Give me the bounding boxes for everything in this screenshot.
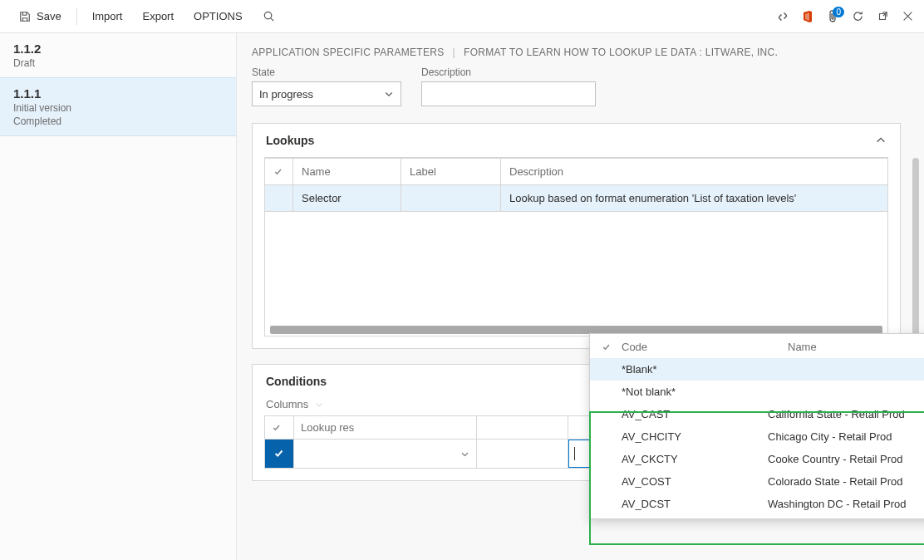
sidebar-item-0[interactable]: 1.1.2 Draft bbox=[0, 33, 236, 77]
col-lookup[interactable]: Lookup res bbox=[294, 416, 477, 440]
save-label: Save bbox=[37, 10, 61, 22]
dropdown-header: Code Name bbox=[590, 334, 924, 358]
toolbar: Save Import Export OPTIONS 0 bbox=[0, 0, 924, 33]
content: APPLICATION SPECIFIC PARAMETERS | FORMAT… bbox=[237, 33, 924, 560]
toolbar-right: 0 bbox=[776, 10, 914, 23]
save-icon bbox=[18, 10, 32, 23]
dd-item[interactable]: AV_CKCTY Cooke Country - Retail Prod bbox=[590, 448, 924, 470]
svg-line-1 bbox=[271, 18, 273, 21]
lookups-title: Lookups bbox=[266, 134, 314, 147]
search-icon bbox=[263, 10, 276, 23]
popout-icon[interactable] bbox=[876, 10, 889, 23]
description-label: Description bbox=[421, 66, 596, 78]
refresh-icon[interactable] bbox=[851, 10, 864, 23]
breadcrumb-sep: | bbox=[453, 47, 455, 58]
save-button[interactable]: Save bbox=[10, 5, 70, 28]
link-icon[interactable] bbox=[776, 10, 789, 23]
state-select[interactable]: In progress bbox=[252, 81, 401, 106]
chevron-down-icon bbox=[315, 400, 323, 409]
dd-code: *Not blank* bbox=[602, 386, 768, 398]
dd-code: AV_CKCTY bbox=[602, 453, 768, 465]
sidebar-version: 1.1.1 bbox=[13, 86, 223, 101]
import-label: Import bbox=[92, 10, 123, 22]
state-value: In progress bbox=[259, 88, 313, 101]
dd-col-code[interactable]: Code bbox=[622, 341, 788, 353]
options-button[interactable]: OPTIONS bbox=[185, 5, 251, 27]
row-description: Lookup based on format enumeration 'List… bbox=[501, 185, 888, 212]
toolbar-left: Save Import Export OPTIONS bbox=[10, 5, 284, 28]
conditions-title: Conditions bbox=[266, 375, 327, 388]
sidebar-line2: Completed bbox=[13, 115, 223, 127]
breadcrumb-part1: APPLICATION SPECIFIC PARAMETERS bbox=[252, 47, 445, 58]
svg-point-0 bbox=[264, 12, 271, 18]
state-field: State In progress bbox=[252, 66, 401, 106]
chevron-down-icon bbox=[384, 89, 394, 99]
dd-code: AV_DCST bbox=[602, 498, 768, 510]
row-label bbox=[401, 185, 501, 212]
dd-code: AV_CAST bbox=[602, 408, 768, 420]
sidebar-line1: Initial version bbox=[13, 102, 223, 114]
breadcrumb-part2: FORMAT TO LEARN HOW TO LOOKUP LE DATA : … bbox=[464, 47, 778, 58]
attach-icon[interactable]: 0 bbox=[826, 10, 839, 23]
dd-name: Washington DC - Retail Prod bbox=[768, 498, 924, 510]
description-field: Description bbox=[421, 66, 596, 106]
col-blank1[interactable] bbox=[477, 416, 568, 440]
badge-count: 0 bbox=[833, 7, 844, 17]
lookups-grid: Name Label Description Selector Lookup b… bbox=[264, 157, 888, 336]
close-icon[interactable] bbox=[901, 10, 914, 23]
import-button[interactable]: Import bbox=[84, 5, 131, 27]
check-column-header[interactable] bbox=[265, 416, 294, 440]
sidebar: 1.1.2 Draft 1.1.1 Initial version Comple… bbox=[0, 33, 237, 560]
dd-item-notblank[interactable]: *Not blank* bbox=[590, 381, 924, 403]
chevron-up-icon bbox=[875, 135, 887, 146]
office-icon[interactable] bbox=[801, 10, 814, 23]
dd-item-blank[interactable]: *Blank* bbox=[590, 358, 924, 381]
header-fields: State In progress Description bbox=[252, 66, 901, 106]
lookups-grid-body bbox=[264, 212, 888, 336]
breadcrumb: APPLICATION SPECIFIC PARAMETERS | FORMAT… bbox=[252, 47, 901, 58]
dd-name bbox=[768, 386, 924, 398]
dd-name: Chicago City - Retail Prod bbox=[768, 430, 924, 443]
description-input[interactable] bbox=[421, 81, 596, 106]
options-label: OPTIONS bbox=[194, 10, 243, 22]
dd-name: California State - Retail Prod bbox=[768, 408, 924, 420]
col-description[interactable]: Description bbox=[501, 159, 888, 185]
dd-code: AV_COST bbox=[602, 475, 768, 488]
sidebar-item-1[interactable]: 1.1.1 Initial version Completed bbox=[0, 77, 236, 136]
check-column-header[interactable] bbox=[265, 159, 293, 185]
columns-button[interactable]: Columns bbox=[266, 398, 308, 410]
dd-name bbox=[768, 363, 924, 376]
cell-dropdown[interactable] bbox=[477, 440, 568, 468]
export-button[interactable]: Export bbox=[134, 5, 182, 27]
separator bbox=[76, 8, 77, 25]
col-name[interactable]: Name bbox=[293, 159, 401, 185]
code-dropdown-popup: Code Name *Blank* *Not blank* AV_CAST Ca… bbox=[589, 333, 924, 519]
dd-code: AV_CHCITY bbox=[602, 430, 768, 443]
sidebar-version: 1.1.2 bbox=[13, 42, 223, 56]
main: 1.1.2 Draft 1.1.1 Initial version Comple… bbox=[0, 33, 924, 560]
search-button[interactable] bbox=[254, 5, 284, 28]
dd-name: Cooke Country - Retail Prod bbox=[768, 453, 924, 465]
check-icon bbox=[602, 341, 622, 353]
dd-col-name[interactable]: Name bbox=[788, 341, 924, 353]
dd-code: *Blank* bbox=[602, 363, 768, 376]
lookup-row[interactable]: Selector Lookup based on format enumerat… bbox=[265, 185, 888, 212]
dd-item[interactable]: AV_CHCITY Chicago City - Retail Prod bbox=[590, 425, 924, 448]
dd-item[interactable]: AV_DCST Washington DC - Retail Prod bbox=[590, 493, 924, 515]
dd-item[interactable]: AV_COST Colorado State - Retail Prod bbox=[590, 470, 924, 493]
export-label: Export bbox=[142, 10, 174, 22]
lookups-header[interactable]: Lookups bbox=[253, 124, 900, 157]
dd-name: Colorado State - Retail Prod bbox=[768, 475, 924, 488]
sidebar-line1: Draft bbox=[13, 57, 223, 69]
row-name: Selector bbox=[293, 185, 401, 212]
row-check-selected[interactable] bbox=[265, 440, 293, 468]
lookup-result-dropdown[interactable] bbox=[294, 440, 476, 468]
col-label[interactable]: Label bbox=[401, 159, 501, 185]
row-check[interactable] bbox=[265, 185, 293, 212]
lookups-panel: Lookups Name Label Description bbox=[252, 123, 901, 349]
state-label: State bbox=[252, 66, 401, 78]
dd-item[interactable]: AV_CAST California State - Retail Prod bbox=[590, 403, 924, 425]
